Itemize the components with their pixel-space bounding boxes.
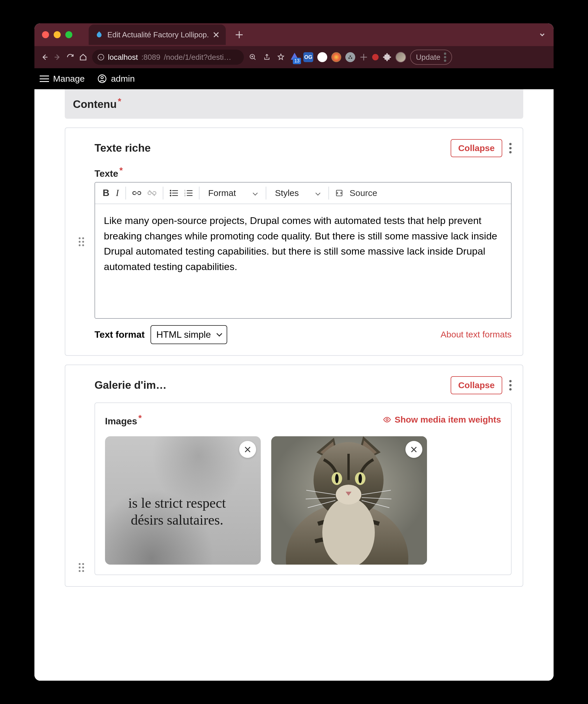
svg-point-17 <box>170 195 172 196</box>
italic-button[interactable]: I <box>116 187 119 198</box>
svg-point-10 <box>82 241 84 242</box>
bullet-list-button[interactable] <box>170 189 178 196</box>
drupal-icon <box>95 31 103 39</box>
svg-text:1: 1 <box>184 189 185 192</box>
svg-rect-22 <box>187 193 192 194</box>
images-field: Images* Show media item weights <box>95 402 512 575</box>
text-block-title: Texte riche <box>95 142 151 154</box>
texte-label: Texte* <box>95 165 512 179</box>
manage-label: Manage <box>53 74 84 84</box>
tabs-chevron-icon[interactable] <box>538 31 546 39</box>
svg-point-7 <box>79 237 80 239</box>
numbered-list-button[interactable]: 123 <box>184 189 192 196</box>
profile-avatar[interactable] <box>396 52 406 62</box>
manage-menu[interactable]: Manage <box>40 74 84 84</box>
styles-dropdown[interactable]: Styles <box>273 188 322 198</box>
minimize-window-button[interactable] <box>54 31 61 38</box>
titlebar: Edit Actualité Factory Lollipop. <box>35 23 553 46</box>
svg-rect-24 <box>187 195 192 196</box>
extension-badge: 13 <box>293 58 301 64</box>
extension-other[interactable] <box>359 53 368 62</box>
extensions: 13 OG Update <box>290 50 452 65</box>
admin-username: admin <box>111 74 135 84</box>
svg-point-28 <box>79 567 80 568</box>
svg-point-32 <box>386 419 388 421</box>
contenu-label: Contenu <box>73 98 117 110</box>
svg-point-31 <box>82 570 84 572</box>
extension-blue[interactable]: 13 <box>290 52 299 62</box>
svg-point-30 <box>79 570 80 572</box>
extension-red[interactable] <box>372 54 378 60</box>
close-window-button[interactable] <box>42 31 49 38</box>
address-port: :8089 <box>141 53 161 62</box>
drag-handle[interactable] <box>76 376 86 575</box>
home-button[interactable] <box>79 53 87 61</box>
format-dropdown[interactable]: Format <box>206 188 259 198</box>
collapse-button[interactable]: Collapse <box>451 139 502 157</box>
svg-point-40 <box>358 474 362 483</box>
svg-point-13 <box>170 190 172 192</box>
zoom-icon[interactable] <box>249 53 257 61</box>
collapse-button[interactable]: Collapse <box>451 376 502 394</box>
gallery-card: Galerie d'im… Collapse Images* <box>65 364 523 587</box>
back-button[interactable] <box>41 53 48 61</box>
share-icon[interactable] <box>263 53 271 61</box>
info-icon <box>98 54 104 61</box>
cat-image <box>271 436 427 565</box>
svg-point-12 <box>82 244 84 246</box>
close-tab-icon[interactable] <box>213 32 219 38</box>
text-format-label: Text format <box>95 329 145 340</box>
svg-point-9 <box>79 241 80 242</box>
remove-media-button[interactable] <box>239 441 256 458</box>
svg-point-38 <box>335 474 339 483</box>
extension-white[interactable] <box>317 52 327 62</box>
extension-colorful[interactable] <box>331 52 341 62</box>
extension-og[interactable]: OG <box>303 52 313 62</box>
svg-rect-16 <box>172 193 178 194</box>
admin-toolbar: Manage admin <box>35 68 553 89</box>
required-asterisk: * <box>118 96 121 106</box>
new-tab-button[interactable] <box>235 31 243 39</box>
editor-textarea[interactable]: Like many open-source projects, Drupal c… <box>95 204 511 318</box>
svg-point-8 <box>82 237 84 239</box>
address-path: /node/1/edit?desti… <box>164 53 231 62</box>
svg-point-4 <box>351 57 352 59</box>
browser-tab[interactable]: Edit Actualité Factory Lollipop. <box>89 24 226 45</box>
remove-media-button[interactable] <box>405 441 422 458</box>
thumbnail-text: is le strict respect désirs salutaires. <box>105 494 255 528</box>
extensions-puzzle-icon[interactable] <box>383 53 392 62</box>
maximize-window-button[interactable] <box>65 31 72 38</box>
chevron-down-icon <box>217 331 222 337</box>
svg-point-36 <box>322 497 375 565</box>
update-button[interactable]: Update <box>410 50 452 65</box>
svg-point-2 <box>350 55 351 57</box>
show-weights-link[interactable]: Show media item weights <box>383 415 501 425</box>
address-host: localhost <box>108 53 138 62</box>
gallery-title: Galerie d'im… <box>95 379 167 391</box>
address-bar[interactable]: localhost:8089/node/1/edit?desti… <box>92 50 244 65</box>
bookmark-star-icon[interactable] <box>277 53 285 61</box>
drag-handle[interactable] <box>76 139 86 344</box>
images-label: Images* <box>105 413 142 427</box>
bold-button[interactable]: B <box>103 187 109 198</box>
svg-point-11 <box>79 244 80 246</box>
update-menu-icon <box>444 53 446 62</box>
source-button[interactable]: Source <box>336 188 377 198</box>
page-content: Contenu* Texte riche Collapse <box>35 89 553 681</box>
media-thumbnail[interactable] <box>271 436 427 565</box>
forward-button[interactable] <box>54 53 61 61</box>
unlink-button[interactable] <box>148 190 156 196</box>
about-text-formats-link[interactable]: About text formats <box>441 330 512 340</box>
svg-point-3 <box>348 57 350 59</box>
tab-title: Edit Actualité Factory Lollipop. <box>107 30 209 39</box>
user-menu[interactable]: admin <box>98 74 135 84</box>
text-block-menu[interactable] <box>509 143 512 154</box>
text-format-select[interactable]: HTML simple <box>151 325 227 344</box>
svg-rect-20 <box>187 190 192 191</box>
svg-rect-18 <box>172 195 178 196</box>
link-button[interactable] <box>132 190 141 196</box>
reload-button[interactable] <box>66 53 74 61</box>
extension-gray[interactable] <box>345 52 355 62</box>
media-thumbnail[interactable]: is le strict respect désirs salutaires. <box>105 436 261 565</box>
gallery-menu[interactable] <box>509 380 512 391</box>
